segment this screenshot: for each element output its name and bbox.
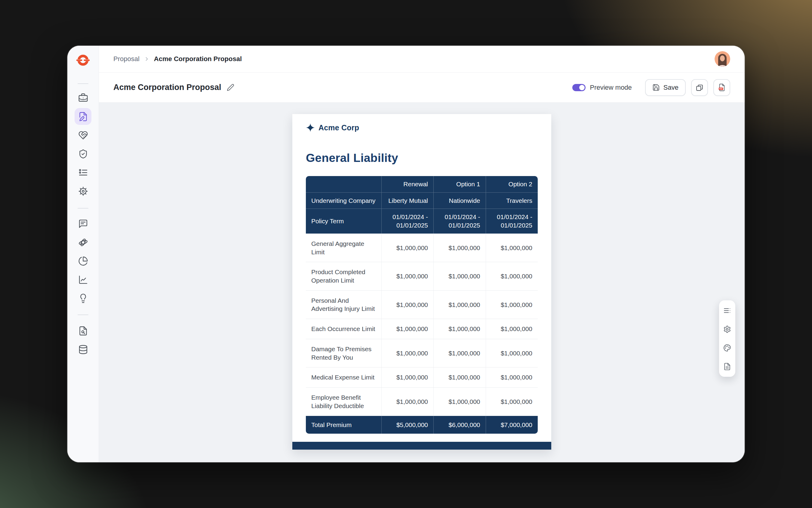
table-row: Product Completed Operation Limit$1,000,… [306, 262, 538, 290]
table-cell: Nationwide [433, 192, 485, 209]
table-cell: Damage To Premises Rented By You [306, 339, 381, 367]
heart-handshake-icon [78, 130, 88, 140]
sidebar-item-orbit[interactable] [75, 234, 91, 251]
document-brand-name: Acme Corp [319, 123, 359, 132]
app-logo-icon[interactable] [76, 53, 90, 67]
save-button-label: Save [663, 84, 678, 91]
pdf-file-icon: PDF [718, 83, 726, 91]
coverage-table-wrap: RenewalOption 1Option 2Underwriting Comp… [306, 176, 538, 434]
save-button[interactable]: Save [645, 79, 686, 96]
table-cell: Policy Term [306, 209, 381, 233]
page-tools-panel [719, 300, 735, 377]
copy-icon [696, 84, 704, 91]
table-cell: $1,000,000 [486, 262, 538, 290]
sidebar-item-pie-chart[interactable] [75, 253, 91, 269]
breadcrumb-current: Acme Corporation Proposal [154, 55, 242, 63]
table-cell: $1,000,000 [433, 290, 485, 319]
table-cell: $1,000,000 [381, 367, 433, 387]
divider [78, 208, 88, 209]
sidebar-item-proposal-editor[interactable] [75, 108, 91, 125]
breadcrumb-proposal[interactable]: Proposal [113, 55, 140, 63]
table-cell: Renewal [381, 176, 433, 192]
table-cell: Total Premium [306, 416, 381, 434]
title-bar: Acme Corporation Proposal Preview mode S… [99, 73, 745, 102]
content-area: Acme Corp General Liability RenewalOptio… [99, 102, 745, 462]
divider [78, 314, 88, 315]
export-pdf-button[interactable]: PDF [713, 79, 730, 96]
proposal-page: Acme Corp General Liability RenewalOptio… [292, 114, 551, 450]
table-cell: Personal And Advertising Injury Limit [306, 290, 381, 319]
message-square-icon [78, 219, 88, 229]
pencil-icon [227, 84, 234, 91]
sidebar-item-ideas[interactable] [75, 290, 91, 307]
table-cell: $1,000,000 [433, 262, 485, 290]
table-cell: 01/01/2024 - 01/01/2025 [433, 209, 485, 233]
sidebar-item-line-chart[interactable] [75, 271, 91, 288]
table-cell: Option 2 [486, 176, 538, 192]
palette-icon [723, 344, 731, 352]
table-cell: $1,000,000 [486, 387, 538, 416]
table-cell: Medical Expense Limit [306, 367, 381, 387]
table-cell: General Aggregate Limit [306, 234, 381, 262]
line-chart-icon [78, 275, 88, 285]
preview-mode-toggle[interactable] [572, 84, 585, 91]
table-cell: $1,000,000 [486, 319, 538, 339]
svg-text:PDF: PDF [719, 88, 723, 90]
user-avatar[interactable] [715, 51, 730, 67]
table-cell: Liberty Mutual [381, 192, 433, 209]
document-heading: General Liability [306, 152, 538, 165]
sidebar-item-comments[interactable] [75, 215, 91, 232]
table-cell: $1,000,000 [381, 290, 433, 319]
sidebar-item-heart-handshake[interactable] [75, 127, 91, 143]
title-bar-actions: Preview mode Save PDF [572, 79, 730, 96]
sidebar-nav-top [75, 89, 91, 200]
sidebar-item-shield-check[interactable] [75, 145, 91, 162]
outline-icon [723, 307, 731, 314]
table-cell: $1,000,000 [486, 234, 538, 262]
main-area: Proposal Acme Corporation Proposal [99, 46, 745, 462]
table-cell: $1,000,000 [486, 367, 538, 387]
table-row: Each Occurrence Limit$1,000,000$1,000,00… [306, 319, 538, 339]
gear-icon [723, 325, 731, 333]
breadcrumb: Proposal Acme Corporation Proposal [113, 55, 242, 63]
table-cell: Employee Benefit Liability Deductible [306, 387, 381, 416]
table-cell: $1,000,000 [433, 319, 485, 339]
table-cell: Product Completed Operation Limit [306, 262, 381, 290]
table-row: General Aggregate Limit$1,000,000$1,000,… [306, 234, 538, 262]
edit-title-button[interactable] [227, 84, 234, 91]
database-icon [78, 345, 88, 354]
outline-tool-button[interactable] [723, 307, 731, 314]
table-cell: $1,000,000 [381, 339, 433, 367]
shield-check-icon [78, 149, 88, 159]
theme-tool-button[interactable] [723, 344, 731, 352]
table-cell: $5,000,000 [381, 416, 433, 434]
table-cell [306, 176, 381, 192]
document-tool-button[interactable] [723, 363, 731, 371]
table-cell: $1,000,000 [433, 367, 485, 387]
table-row: Employee Benefit Liability Deductible$1,… [306, 387, 538, 416]
table-cell: $1,000,000 [433, 339, 485, 367]
table-cell: Option 1 [433, 176, 485, 192]
table-total-row: Total Premium$5,000,000$6,000,000$7,000,… [306, 416, 538, 434]
sidebar-item-database[interactable] [75, 341, 91, 358]
briefcase-icon [78, 93, 88, 103]
lightbulb-icon [78, 293, 88, 303]
proposal-page-content: Acme Corp General Liability RenewalOptio… [292, 114, 551, 442]
table-cell: $1,000,000 [486, 290, 538, 319]
toggle-knob [579, 85, 585, 90]
sidebar-item-ship-wheel[interactable] [75, 183, 91, 200]
sidebar-item-file-search[interactable] [75, 322, 91, 339]
checklist-icon [78, 168, 88, 177]
table-cell: Travelers [486, 192, 538, 209]
ship-wheel-icon [78, 186, 88, 196]
sidebar-item-checklist[interactable] [75, 164, 91, 181]
table-cell: $1,000,000 [381, 387, 433, 416]
sidebar-item-briefcase[interactable] [75, 89, 91, 106]
table-row: Underwriting CompanyLiberty MutualNation… [306, 192, 538, 209]
table-cell: $6,000,000 [433, 416, 485, 434]
table-cell: $1,000,000 [381, 262, 433, 290]
table-cell: $1,000,000 [381, 319, 433, 339]
duplicate-button[interactable] [691, 79, 708, 96]
settings-tool-button[interactable] [723, 325, 731, 333]
sidebar-nav-middle [75, 215, 91, 307]
